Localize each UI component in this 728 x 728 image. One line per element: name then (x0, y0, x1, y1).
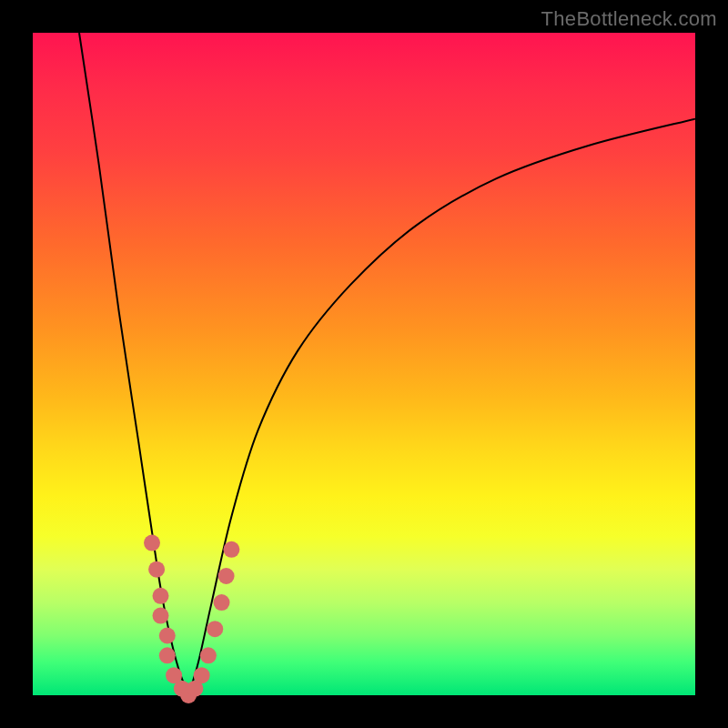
highlight-marker (153, 588, 169, 604)
highlight-marker (194, 667, 210, 683)
chart-overlay (33, 33, 695, 695)
curve-right-branch (188, 119, 695, 695)
highlight-marker (159, 628, 176, 644)
highlight-marker (148, 561, 165, 578)
watermark-text: TheBottleneck.com (541, 7, 717, 31)
chart-frame: TheBottleneck.com (0, 0, 728, 728)
highlight-marker (159, 647, 176, 663)
highlight-marker (144, 535, 160, 551)
highlight-marker (200, 647, 217, 663)
highlight-marker (214, 594, 230, 611)
highlight-marker (207, 621, 223, 637)
highlight-marker (153, 608, 169, 624)
marker-group (144, 535, 239, 703)
highlight-marker (218, 568, 235, 584)
curve-left-branch (79, 33, 188, 695)
highlight-marker (223, 541, 239, 558)
